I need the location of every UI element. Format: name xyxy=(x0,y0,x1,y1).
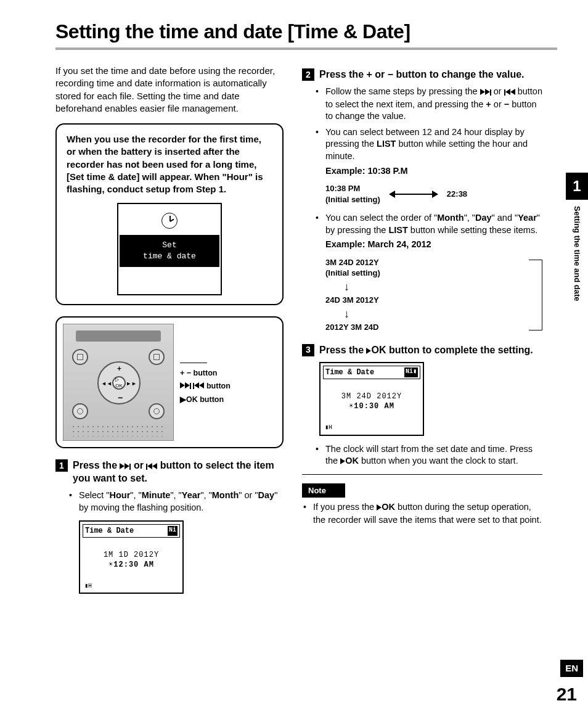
example-2-label: Example: March 24, 2012 xyxy=(325,239,542,251)
side-tab: 1 Setting the time and date xyxy=(566,173,588,302)
clock-icon xyxy=(161,213,178,229)
page-number: 21 xyxy=(557,682,577,707)
step-2-header: 2 Press the + or − button to change the … xyxy=(302,68,542,81)
step-3-text: Press the OK button to complete the sett… xyxy=(319,344,533,357)
step-2-text: Press the + or − button to change the va… xyxy=(319,68,525,81)
chapter-label: Setting the time and date xyxy=(571,206,582,302)
date-format-flow: 3M 24D 2012Y(Initial setting) ↓ 24D 3M 2… xyxy=(325,257,542,333)
step-1-bullet: Select "Hour", "Minute", "Year", "Month"… xyxy=(79,490,284,514)
lcd-screen-2: Time & DateNi▮ 3M 24D 2012Y ☀10:30 AM ▮H xyxy=(319,362,424,436)
step-2-bullet-3: You can select the order of "Month", "Da… xyxy=(325,212,542,251)
step-2-bullet-1: Follow the same steps by pressing the or… xyxy=(325,86,542,123)
device-button-labels: + − button button ▶OK button xyxy=(180,359,231,406)
device-illustration-box: +− ◄◄►► ▷OK + − button button ▶OK button xyxy=(55,316,284,448)
arrow-down-icon: ↓ xyxy=(344,310,524,318)
screen-text: Set time & date xyxy=(120,235,219,266)
step-number-1: 1 xyxy=(55,459,68,472)
time-format-example: 10:38 PM(Initial setting) 22:38 xyxy=(325,183,542,205)
double-arrow-icon xyxy=(389,191,438,198)
device-image: +− ◄◄►► ▷OK xyxy=(63,324,174,441)
step-3-bullet: The clock will start from the set date a… xyxy=(325,443,542,468)
intro-text: If you set the time and date before usin… xyxy=(55,65,284,115)
language-badge: EN xyxy=(560,660,583,677)
first-use-text: When you use the recorder for the first … xyxy=(67,133,272,195)
page-title: Setting the time and date [Time & Date] xyxy=(55,18,557,50)
step-1-header: 1 Press the or button to select the item… xyxy=(55,459,284,485)
step-1-text: Press the or button to select the item y… xyxy=(73,459,284,485)
chapter-number: 1 xyxy=(566,173,588,200)
step-number-2: 2 xyxy=(302,68,314,81)
note-text: If you press the OK button during the se… xyxy=(313,501,542,526)
step-3-header: 3 Press the OK button to complete the se… xyxy=(302,344,542,357)
step-number-3: 3 xyxy=(302,344,314,356)
example-1-label: Example: 10:38 P.M xyxy=(325,165,542,178)
first-use-box: When you use the recorder for the first … xyxy=(55,123,284,305)
screen-illustration: Set time & date xyxy=(117,203,222,295)
step-2-bullet-2: You can select between 12 and 24 hour di… xyxy=(325,126,542,177)
arrow-down-icon: ↓ xyxy=(344,282,524,291)
lcd-screen-1: Time & DateNi 1M 1D 2012Y ☀12:30 AM ▮H xyxy=(79,520,184,594)
note-label: Note xyxy=(302,483,345,498)
